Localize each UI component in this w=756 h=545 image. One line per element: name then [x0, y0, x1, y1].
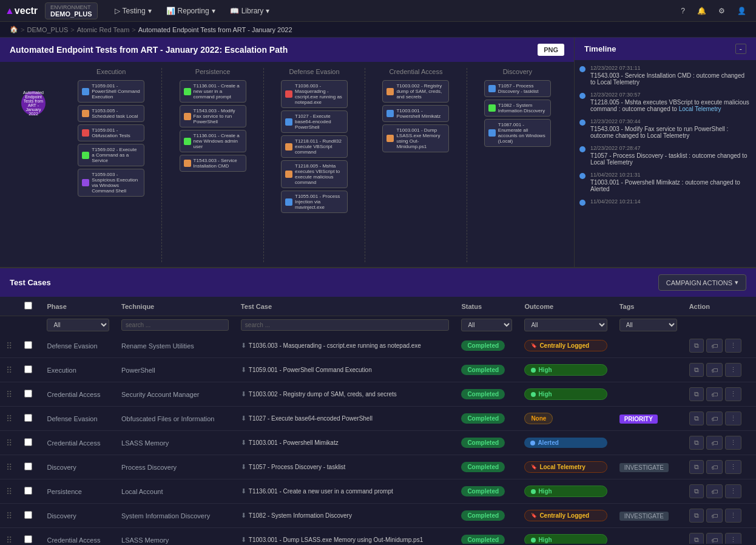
nav-library[interactable]: 📖 Library ▾ [223, 0, 277, 22]
copy-button[interactable]: ⧉ [689, 363, 704, 377]
copy-button[interactable]: ⧉ [689, 387, 704, 401]
tag-button[interactable]: 🏷 [706, 339, 723, 353]
filter-status[interactable]: All [455, 316, 518, 334]
copy-button[interactable]: ⧉ [689, 533, 704, 544]
tag-button[interactable]: 🏷 [706, 484, 723, 498]
env-name: DEMO_PLUS [50, 10, 92, 18]
copy-button[interactable]: ⧉ [689, 509, 704, 523]
logo[interactable]: ▲vectr [5, 5, 38, 16]
tactic-node[interactable]: T1027 - Execute base64-encoded PowerShel… [281, 110, 348, 133]
settings-icon[interactable]: ⚙ [714, 4, 730, 18]
row-checkbox[interactable] [24, 365, 32, 373]
env-selector[interactable]: ENVIRONMENT DEMO_PLUS [45, 2, 97, 19]
tactic-node[interactable]: T1136.001 - Create a new Windows admin u… [180, 130, 246, 152]
copy-button[interactable]: ⧉ [689, 339, 704, 353]
filter-outcome[interactable]: All [518, 316, 613, 334]
filter-test-case[interactable] [235, 316, 456, 334]
filter-technique[interactable] [115, 316, 235, 334]
phase-filter-select[interactable]: All [47, 319, 109, 331]
more-button[interactable]: ⋮ [725, 339, 741, 353]
tag-button[interactable]: 🏷 [706, 411, 723, 425]
filter-action-spacer [683, 316, 756, 334]
tag-button[interactable]: 🏷 [706, 436, 723, 450]
technique-filter-input[interactable] [121, 319, 229, 331]
status-filter-select[interactable]: All [461, 319, 512, 331]
tactic-node[interactable]: T1003.001 - Powershell Mimikatz [382, 105, 449, 122]
tags-filter-select[interactable]: All [619, 319, 677, 331]
th-tags: Tags [613, 297, 683, 316]
tag-button[interactable]: 🏷 [706, 509, 723, 523]
row-checkbox[interactable] [24, 414, 32, 422]
tactic-node[interactable]: T1059.003 - Suspicious Execution via Win… [78, 169, 144, 197]
tactic-node[interactable]: T1218.005 - Mshta executes VBScript to e… [281, 160, 348, 188]
test-cases-section: Test Cases CAMPAIGN ACTIONS ▾ Phase Tech… [0, 268, 756, 544]
outcome-dot [531, 368, 536, 373]
select-all-checkbox[interactable] [24, 302, 32, 310]
tactic-node[interactable]: T1003.002 - Registry dump of SAM, creds,… [382, 80, 449, 103]
row-checkbox[interactable] [24, 511, 32, 519]
tag-button[interactable]: 🏷 [706, 363, 723, 377]
breadcrumb-atomic[interactable]: Atomic Red Team [77, 26, 130, 33]
drag-handle[interactable]: ⠿ [0, 431, 18, 455]
tactic-node[interactable]: T1543.003 - Service Installation CMD [180, 155, 246, 172]
tactic-node[interactable]: T1082 - System Information Discovery [484, 100, 551, 117]
nav-testing[interactable]: ▷ Testing ▾ [107, 0, 159, 22]
tactic-node[interactable]: T1059.001 - Obfuscation Tests [78, 124, 144, 141]
notifications-icon[interactable]: 🔔 [692, 4, 711, 18]
tag-button[interactable]: 🏷 [706, 460, 723, 474]
outcome-filter-select[interactable]: All [524, 319, 607, 331]
copy-button[interactable]: ⧉ [689, 436, 704, 450]
tactic-node[interactable]: T1218.011 - Rundll32 execute VBScript co… [281, 135, 348, 158]
drag-handle[interactable]: ⠿ [0, 528, 18, 544]
breadcrumb-demo-plus[interactable]: DEMO_PLUS [27, 26, 68, 33]
tactic-node[interactable]: T1059.001 - PowerShell Command Execution [78, 80, 144, 103]
more-button[interactable]: ⋮ [725, 436, 741, 450]
tactic-node[interactable]: T1053.005 - Scheduled task Local [78, 105, 144, 122]
drag-handle[interactable]: ⠿ [0, 479, 18, 504]
tactic-node[interactable]: T1136.001 - Create a new user in a comma… [180, 80, 246, 103]
drag-handle[interactable]: ⠿ [0, 358, 18, 382]
campaign-actions-button[interactable]: CAMPAIGN ACTIONS ▾ [658, 274, 746, 291]
row-checkbox[interactable] [24, 535, 32, 543]
tactic-node[interactable]: T1087.001 - Enumerate all accounts on Wi… [484, 119, 551, 147]
more-button[interactable]: ⋮ [725, 387, 741, 401]
drag-handle[interactable]: ⠿ [0, 382, 18, 407]
tactic-node[interactable]: T1569.002 - Execute a Command as a Servi… [78, 144, 144, 166]
tactic-node[interactable]: T1057 - Process Discovery - tasklist [484, 80, 551, 97]
tag-button[interactable]: 🏷 [706, 387, 723, 401]
timeline-minimize-btn[interactable]: - [735, 44, 746, 54]
copy-button[interactable]: ⧉ [689, 484, 704, 498]
more-button[interactable]: ⋮ [725, 509, 741, 523]
tactic-node[interactable]: T1036.003 - Masquerading - cscript.exe r… [281, 80, 348, 108]
more-button[interactable]: ⋮ [725, 460, 741, 474]
tactic-node[interactable]: T1003.001 - Dump LSASS.exe Memory using … [382, 124, 449, 152]
tag-button[interactable]: 🏷 [706, 533, 723, 544]
filter-tags[interactable]: All [613, 316, 683, 334]
tactic-node[interactable]: T1543.003 - Modify Fax service to run Po… [180, 105, 246, 127]
nav-reporting[interactable]: 📊 Reporting ▾ [159, 0, 223, 22]
drag-handle-icon: ⠿ [6, 511, 12, 521]
tl-dot [579, 146, 586, 152]
more-button[interactable]: ⋮ [725, 411, 741, 425]
row-checkbox[interactable] [24, 438, 32, 446]
drag-handle[interactable]: ⠿ [0, 455, 18, 479]
row-checkbox-cell [18, 358, 41, 382]
row-checkbox[interactable] [24, 462, 32, 470]
copy-button[interactable]: ⧉ [689, 460, 704, 474]
copy-button[interactable]: ⧉ [689, 411, 704, 425]
row-checkbox[interactable] [24, 487, 32, 495]
help-icon[interactable]: ? [676, 4, 690, 18]
filter-phase[interactable]: All [41, 316, 115, 334]
more-button[interactable]: ⋮ [725, 533, 741, 544]
png-button[interactable]: PNG [538, 44, 564, 56]
drag-handle[interactable]: ⠿ [0, 334, 18, 358]
drag-handle[interactable]: ⠿ [0, 407, 18, 431]
row-checkbox[interactable] [24, 341, 32, 349]
user-icon[interactable]: 👤 [732, 4, 751, 18]
row-checkbox[interactable] [24, 390, 32, 398]
drag-handle[interactable]: ⠿ [0, 504, 18, 528]
more-button[interactable]: ⋮ [725, 363, 741, 377]
test-case-filter-input[interactable] [241, 319, 450, 331]
tactic-node[interactable]: T1055.001 - Process Injection via mavinj… [281, 191, 348, 213]
more-button[interactable]: ⋮ [725, 484, 741, 498]
